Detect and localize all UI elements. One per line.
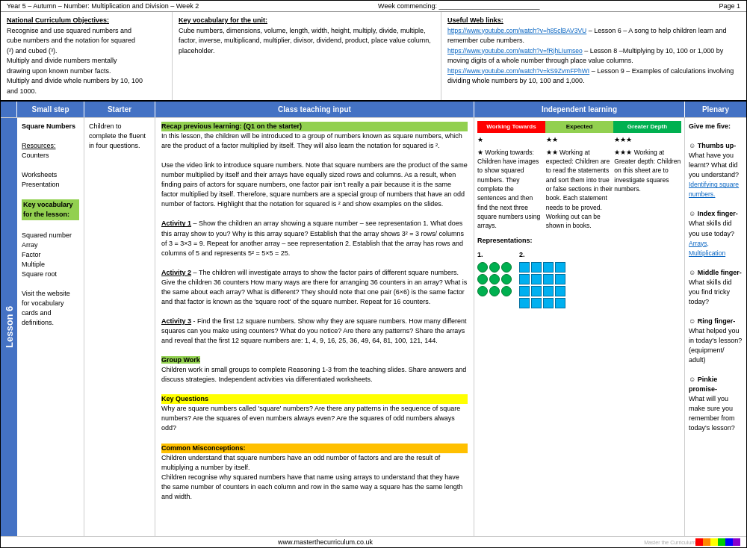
resource-presentation: Presentation xyxy=(22,180,79,190)
link1-url[interactable]: https://www.youtube.com/watch?v=h85clBAV… xyxy=(447,27,586,34)
sq-3 xyxy=(543,262,554,273)
link2: https://www.youtube.com/watch?v=fRjhLIum… xyxy=(447,46,740,66)
independent-cell: Working Towards Expected Greater Depth ★… xyxy=(474,118,685,536)
link2-url[interactable]: https://www.youtube.com/watch?v=fRjhLIum… xyxy=(447,47,583,55)
header-class-teaching: Class teaching input xyxy=(155,102,474,117)
resources-label: Resources: xyxy=(22,141,79,151)
teaching-cell: Recap previous learning: (Q1 on the star… xyxy=(155,118,474,536)
sq-16 xyxy=(555,298,565,308)
header-starter: Starter xyxy=(84,102,155,117)
vocab-factor: Factor xyxy=(22,250,79,260)
circle-8 xyxy=(489,286,500,296)
teaching-act1: Activity 1 – Show the children an array … xyxy=(161,219,468,258)
sq-9 xyxy=(519,286,530,296)
sq-7 xyxy=(543,274,554,284)
link1: https://www.youtube.com/watch?v=h85clBAV… xyxy=(447,26,740,46)
header-small-step: Small step xyxy=(17,102,84,117)
teaching-act3: Activity 3 - Find the first 12 square nu… xyxy=(161,317,468,346)
middle-label: Middle finger- xyxy=(698,269,742,276)
act3-label: Activity 3 xyxy=(161,317,191,325)
cm1-text: Children understand that square numbers … xyxy=(161,453,468,473)
square-grid xyxy=(519,262,565,308)
ind-col3-header: Greater Depth xyxy=(613,121,681,133)
links-heading: Useful Web links: xyxy=(447,16,740,26)
kq-text: Why are square numbers called 'square' n… xyxy=(161,405,460,432)
ind-stars1: ★ xyxy=(477,135,545,145)
ind-stars2: ★★ xyxy=(546,135,613,145)
top-info: National Curriculum Objectives: Recognis… xyxy=(1,12,746,102)
sq-2 xyxy=(531,262,542,273)
page-footer: www.masterthecurriculum.co.uk Master the… xyxy=(1,536,746,547)
plenary-cell: Give me five: ☺ Thumbs up- What have you… xyxy=(685,118,746,536)
recap-label: Recap previous learning: (Q1 on the star… xyxy=(161,122,468,131)
cm2-text: Children recognise why squared numbers h… xyxy=(161,473,468,502)
group-text: Children work in small groups to complet… xyxy=(161,366,466,383)
ind-headers: Working Towards Expected Greater Depth xyxy=(477,121,681,133)
sq-1 xyxy=(519,262,530,273)
kv-label: Key vocabulary for the lesson: xyxy=(22,199,79,220)
lesson-label: Lesson 6 xyxy=(1,118,17,536)
nco-line4: Multiply and divide numbers mentally xyxy=(7,56,166,66)
plenary-intro: Give me five: xyxy=(689,122,743,131)
main-content-row: Lesson 6 Square Numbers Resources: Count… xyxy=(1,117,746,536)
circle-5 xyxy=(489,274,500,284)
teaching-act2: Activity 2 – The children will investiga… xyxy=(161,268,468,307)
nco-line7: and 1000. xyxy=(7,87,166,97)
column-headers: Small step Starter Class teaching input … xyxy=(1,102,746,117)
index-label: Index finger- xyxy=(698,210,738,217)
index-link[interactable]: Arrays, Multiplication xyxy=(689,240,725,257)
thumb-icon: ☺ xyxy=(689,142,698,149)
top-left: National Curriculum Objectives: Recognis… xyxy=(1,12,173,100)
teaching-kq: Key Questions Why are square numbers cal… xyxy=(161,394,468,433)
ind-col2-text: ★★ Working at expected: Children are to … xyxy=(546,148,613,231)
sq-5 xyxy=(519,274,530,284)
nco-heading: National Curriculum Objectives: xyxy=(7,16,166,26)
sq-10 xyxy=(531,286,542,296)
nco-line1: Recognise and use squared numbers and xyxy=(7,26,166,37)
rep2-num: 2. xyxy=(519,250,525,260)
header-blank xyxy=(1,102,17,117)
thumb-link[interactable]: Identifying square numbers. xyxy=(689,181,739,198)
vocab-text: Cube numbers, dimensions, volume, length… xyxy=(179,27,431,55)
link3: https://www.youtube.com/watch?v=kS9ZvmFP… xyxy=(447,66,740,87)
sq-6 xyxy=(531,274,542,284)
sq-8 xyxy=(555,274,565,284)
circle-2 xyxy=(489,262,500,273)
resource-counters: Counters xyxy=(22,151,79,161)
teaching-p2: Use the video link to introduce square n… xyxy=(161,161,468,209)
small-step-title: Square Numbers xyxy=(22,122,79,131)
top-right: Useful Web links: https://www.youtube.co… xyxy=(441,12,746,100)
plenary-item5: ☺ Pinkie promise- What will you make sur… xyxy=(689,375,743,433)
vocab-array: Array xyxy=(22,240,79,250)
nco-line2: cube numbers and the notation for square… xyxy=(7,36,166,46)
ind-col3-text: ★★★ Working at Greater depth: Children o… xyxy=(614,148,681,231)
footer-watermark: Master the Curriculum xyxy=(644,540,695,545)
nco-line5: drawing upon known number facts. xyxy=(7,66,166,77)
cm-label: Common Misconceptions: xyxy=(161,444,468,453)
header-independent: Independent learning xyxy=(474,102,685,117)
vocab-multiple: Multiple xyxy=(22,260,79,270)
sq-14 xyxy=(531,298,542,308)
plenary-item4: ☺ Ring finger- What helped you in today'… xyxy=(689,317,743,365)
small-step-cell: Square Numbers Resources: Counters Works… xyxy=(17,118,84,536)
sq-4 xyxy=(555,262,565,273)
index-icon: ☺ xyxy=(689,210,698,217)
link3-url[interactable]: https://www.youtube.com/watch?v=kS9ZvmFP… xyxy=(447,67,589,75)
ind-stars3: ★★★ xyxy=(614,135,681,145)
ind-col1-text: ★ Working towards: Children have images … xyxy=(477,148,545,231)
thumb-label: Thumbs up- xyxy=(698,142,737,149)
header-week: Week commencing: _______________________… xyxy=(378,2,540,10)
ind-text-row: ★ Working towards: Children have images … xyxy=(477,148,681,231)
sq-11 xyxy=(543,286,554,296)
plenary-item3: ☺ Middle finger- What skills did you fin… xyxy=(689,268,743,307)
middle-icon: ☺ xyxy=(689,269,698,276)
act3-text: - Find the first 12 square numbers. Show… xyxy=(161,317,467,344)
act2-text: – The children will investigate arrays t… xyxy=(161,269,467,305)
header-title: Year 5 – Autumn – Number: Multiplication… xyxy=(7,2,199,10)
act2-label: Activity 2 xyxy=(161,269,191,276)
header-page: Page 1 xyxy=(719,2,740,10)
pinkie-icon: ☺ xyxy=(689,376,698,383)
plenary-item2: ☺ Index finger- What skills did you use … xyxy=(689,209,743,258)
rep1-num: 1. xyxy=(477,250,483,260)
circle-7 xyxy=(477,286,488,296)
